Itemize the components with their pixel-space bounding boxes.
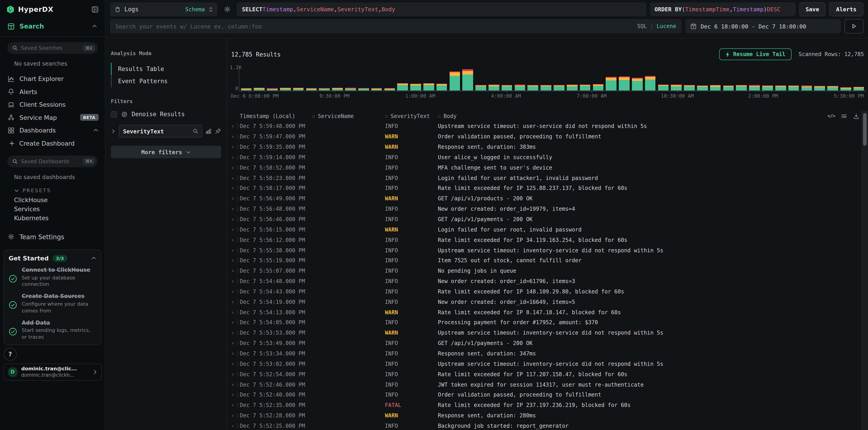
saved-dashboards-input[interactable]: Saved Dashboards ⌘K	[7, 155, 98, 167]
row-expand-chevron[interactable]: ›	[227, 382, 240, 388]
resume-live-tail-button[interactable]: Resume Live Tail	[719, 48, 791, 60]
histogram-bar[interactable]	[410, 84, 421, 91]
row-expand-chevron[interactable]: ›	[227, 185, 240, 192]
scrollbar-thumb[interactable]	[863, 113, 866, 145]
sidebar-item-dashboards[interactable]: Dashboards	[0, 124, 105, 137]
row-expand-chevron[interactable]: ›	[227, 330, 240, 336]
row-expand-chevron[interactable]: ›	[227, 340, 240, 346]
table-row[interactable]: ›Dec 7 5:52:28.000 PMWARNResponse sent, …	[227, 410, 861, 421]
chevron-right-icon[interactable]: ›	[231, 216, 234, 223]
histogram-bar[interactable]	[775, 85, 786, 91]
chevron-right-icon[interactable]: ›	[231, 185, 234, 192]
chevron-right-icon[interactable]: ›	[231, 289, 234, 295]
table-row[interactable]: ›Dec 7 5:54:48.000 PMINFONew order creat…	[227, 276, 861, 287]
histogram-bar[interactable]	[567, 85, 578, 91]
row-expand-chevron[interactable]: ›	[227, 196, 240, 202]
saved-searches-input[interactable]: Saved Searches ⌘K	[7, 42, 98, 54]
row-expand-chevron[interactable]: ›	[227, 361, 240, 367]
sidebar-item-service-map[interactable]: Service MapBETA	[0, 111, 105, 124]
histogram-bar[interactable]	[554, 85, 564, 91]
mode-event-patterns[interactable]: Event Patterns	[111, 75, 221, 87]
table-row[interactable]: ›Dec 7 5:56:12.000 PMINFORate limit exce…	[227, 235, 861, 245]
table-row[interactable]: ›Dec 7 5:56:48.000 PMINFONew order creat…	[227, 204, 861, 214]
create-dashboard-button[interactable]: + Create Dashboard	[0, 137, 105, 150]
table-row[interactable]: ›Dec 7 5:54:13.000 PMWARNRate limit exce…	[227, 307, 861, 318]
histogram-bar[interactable]	[632, 77, 643, 91]
table-row[interactable]: ›Dec 7 5:52:25.000 PMINFOBackground job …	[227, 421, 861, 430]
histogram-bar[interactable]	[423, 83, 434, 91]
chevron-up-icon[interactable]	[93, 128, 99, 133]
histogram-bar[interactable]	[840, 87, 851, 91]
column-header-body[interactable]: ∷Body	[438, 113, 861, 119]
histogram-bar[interactable]	[723, 85, 734, 91]
table-row[interactable]: ›Dec 7 5:56:46.000 PMINFOGET /api/v1/pay…	[227, 214, 861, 225]
histogram-bar[interactable]	[619, 76, 629, 91]
row-expand-chevron[interactable]: ›	[227, 268, 240, 274]
get-started-item[interactable]: Connect to ClickHouseSet up your databas…	[9, 267, 96, 288]
table-row[interactable]: ›Dec 7 5:59:35.000 PMWARNResponse sent, …	[227, 142, 861, 152]
preset-item-clickhouse[interactable]: ClickHouse	[0, 195, 105, 204]
table-row[interactable]: ›Dec 7 5:53:53.000 PMWARNUpstream servic…	[227, 328, 861, 338]
chevron-right-icon[interactable]: ›	[231, 330, 234, 336]
histogram-bar[interactable]	[697, 85, 708, 91]
row-expand-chevron[interactable]: ›	[227, 258, 240, 264]
drag-handle-icon[interactable]: ∷	[438, 113, 441, 119]
table-row[interactable]: ›Dec 7 5:54:43.000 PMINFORate limit exce…	[227, 287, 861, 297]
drag-handle-icon[interactable]: ∷	[312, 113, 315, 119]
histogram-bar[interactable]	[801, 86, 812, 91]
histogram-bar[interactable]	[502, 85, 512, 91]
histogram-bar[interactable]	[489, 85, 499, 91]
histogram-bar[interactable]	[606, 77, 617, 91]
row-expand-chevron[interactable]: ›	[227, 165, 240, 171]
chevron-right-icon[interactable]: ›	[231, 402, 234, 408]
get-started-item[interactable]: Add DataStart sending logs, metrics, or …	[9, 320, 96, 341]
order-by-input[interactable]: ORDER BY (TimestampTime, Timestamp) DESC	[650, 2, 796, 16]
lucene-toggle[interactable]: Lucene	[656, 23, 676, 29]
chevron-right-icon[interactable]: ›	[231, 412, 234, 419]
histogram-bar[interactable]	[645, 76, 656, 91]
histogram-bar[interactable]	[580, 84, 590, 91]
table-row[interactable]: ›Dec 7 5:53:49.000 PMINFOGET /api/v1/pay…	[227, 338, 861, 349]
chevron-right-icon[interactable]: ›	[231, 123, 234, 130]
chevron-right-icon[interactable]: ›	[231, 320, 234, 326]
chevron-right-icon[interactable]: ›	[231, 258, 234, 264]
row-expand-chevron[interactable]: ›	[227, 351, 240, 357]
chevron-right-icon[interactable]: ›	[231, 340, 234, 346]
source-selector[interactable]: Logs Schema	[110, 2, 218, 16]
histogram-bar[interactable]	[332, 88, 343, 91]
table-row[interactable]: ›Dec 7 5:54:05.000 PMINFOProcessing paym…	[227, 318, 861, 328]
severity-filter-field[interactable]: SeverityText	[119, 125, 202, 137]
histogram-bar[interactable]	[749, 85, 760, 91]
row-expand-chevron[interactable]: ›	[227, 423, 240, 429]
row-expand-chevron[interactable]: ›	[227, 278, 240, 285]
get-started-item[interactable]: Create Data SourcesConfigure where your …	[9, 293, 96, 315]
sidebar-item-search[interactable]: Search	[0, 19, 105, 33]
row-expand-chevron[interactable]: ›	[227, 134, 240, 140]
mode-results-table[interactable]: Results Table	[111, 63, 221, 75]
table-row[interactable]: ›Dec 7 5:54:19.000 PMINFONew order creat…	[227, 297, 861, 307]
sidebar-item-chart-explorer[interactable]: Chart Explorer	[0, 72, 105, 85]
event-search-input[interactable]: Search your events w/ Lucene ex. column:…	[110, 19, 682, 33]
row-expand-chevron[interactable]: ›	[227, 289, 240, 295]
column-header-servicename[interactable]: ∷ServiceName	[312, 113, 385, 119]
histogram-bar[interactable]	[710, 85, 721, 91]
chevron-right-icon[interactable]: ›	[231, 175, 234, 181]
row-expand-chevron[interactable]: ›	[227, 299, 240, 305]
chevron-right-icon[interactable]: ›	[231, 351, 234, 357]
histogram-bar[interactable]	[541, 85, 551, 91]
histogram-bars[interactable]	[240, 67, 865, 91]
help-button[interactable]: ?	[4, 348, 17, 361]
histogram-bar[interactable]	[267, 89, 278, 91]
table-row[interactable]: ›Dec 7 5:59:14.000 PMINFOUser alice_w lo…	[227, 152, 861, 163]
chevron-right-icon[interactable]: ›	[231, 196, 234, 202]
chevron-right-icon[interactable]: ›	[231, 268, 234, 274]
row-expand-chevron[interactable]: ›	[227, 392, 240, 398]
sidebar-item-team-settings[interactable]: Team Settings	[0, 230, 105, 243]
table-row[interactable]: ›Dec 7 5:58:23.000 PMINFOLogin failed fo…	[227, 173, 861, 183]
chevron-right-icon[interactable]: ›	[231, 299, 234, 305]
chevron-right-icon[interactable]: ›	[231, 227, 234, 233]
row-expand-chevron[interactable]: ›	[227, 144, 240, 150]
sql-toggle[interactable]: SQL	[637, 23, 647, 29]
preset-item-services[interactable]: Services	[0, 204, 105, 213]
code-view-icon[interactable]: </>	[827, 113, 835, 119]
